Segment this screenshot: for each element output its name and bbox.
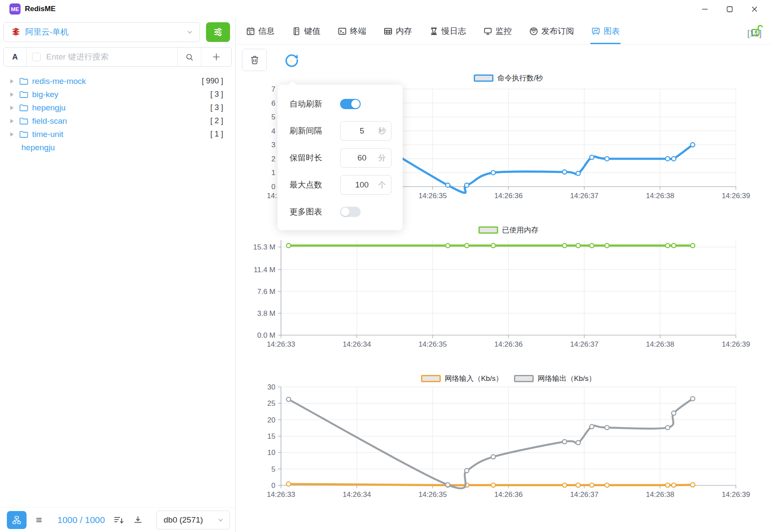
- download-icon: [133, 515, 143, 525]
- tab-terminal[interactable]: 终端: [338, 18, 366, 44]
- chart1-legend: 命令执行数/秒: [281, 73, 736, 83]
- tab-info[interactable]: 信息: [246, 18, 275, 44]
- data-point-marker: [590, 483, 594, 487]
- connection-settings-button[interactable]: [206, 22, 230, 42]
- more-charts-toggle[interactable]: [340, 207, 361, 217]
- legend-item[interactable]: 已使用内存: [478, 225, 538, 235]
- data-point-marker: [287, 397, 291, 401]
- expand-arrow-icon[interactable]: [10, 119, 15, 124]
- tab-label: 图表: [604, 26, 620, 37]
- x-axis-tick-label: 14:26:37: [570, 490, 598, 499]
- tree-item-folder[interactable]: redis-me-mock [ 990 ]: [10, 74, 223, 88]
- legend-item[interactable]: 命令执行数/秒: [474, 73, 543, 83]
- legend-item[interactable]: 网络输出（Kb/s）: [514, 374, 596, 383]
- list-view-button[interactable]: [31, 511, 47, 529]
- charts-toolbar: [242, 49, 771, 71]
- expand-arrow-icon[interactable]: [10, 105, 15, 110]
- tab-monitor[interactable]: 监控: [483, 18, 512, 44]
- data-point-marker: [465, 469, 469, 473]
- monitor-tab-icon: [483, 27, 493, 36]
- connection-name: 阿里云-单机: [25, 27, 186, 38]
- list-view-icon: [35, 516, 43, 524]
- export-button[interactable]: [131, 512, 145, 528]
- data-point-marker: [590, 244, 594, 248]
- tree-view-button[interactable]: [7, 511, 27, 529]
- clear-charts-button[interactable]: [242, 49, 267, 71]
- retention-unit: 分: [378, 153, 386, 163]
- data-point-marker: [576, 171, 580, 175]
- tree-item-folder[interactable]: time-unit [ 1 ]: [10, 128, 223, 141]
- key-tree: redis-me-mock [ 990 ] big-key [ 3 ] hepe…: [0, 69, 235, 507]
- app-logo: ME: [9, 3, 21, 15]
- load-more-icon: [114, 515, 125, 525]
- search-checkbox[interactable]: [32, 53, 41, 61]
- more-charts-label: 更多图表: [290, 206, 340, 217]
- legend-swatch: [474, 74, 493, 82]
- tab-charts[interactable]: 图表: [591, 18, 620, 44]
- tree-item-folder[interactable]: big-key [ 3 ]: [10, 88, 223, 101]
- tree-view-icon: [12, 515, 21, 525]
- retention-input[interactable]: 60 分: [340, 148, 391, 168]
- titlebar: ME RedisME: [0, 0, 771, 18]
- legend-item[interactable]: 网络输入（Kb/s）: [421, 374, 503, 383]
- data-point-marker: [605, 425, 609, 430]
- data-point-marker: [287, 482, 291, 486]
- tab-slowlog[interactable]: 慢日志: [429, 18, 466, 44]
- search-button[interactable]: [178, 53, 201, 62]
- legend-swatch: [478, 226, 498, 234]
- refresh-interval-label: 刷新间隔: [290, 125, 340, 137]
- data-point-marker: [445, 244, 450, 248]
- refresh-interval-unit: 秒: [378, 126, 386, 136]
- refresh-interval-input[interactable]: 5 秒: [340, 121, 391, 141]
- data-point-marker: [672, 157, 676, 161]
- tab-label: 慢日志: [442, 26, 466, 37]
- auto-refresh-label: 自动刷新: [290, 98, 340, 110]
- y-axis-tick-label: 7: [272, 85, 275, 93]
- sliders-icon: [212, 27, 224, 38]
- refresh-icon: [283, 51, 300, 68]
- load-more-button[interactable]: [112, 512, 126, 528]
- tree-item-key[interactable]: hepengju: [10, 141, 223, 154]
- expand-arrow-icon[interactable]: [10, 92, 15, 97]
- folder-icon: [19, 104, 28, 112]
- max-points-input[interactable]: 100 个: [340, 175, 391, 195]
- x-axis-tick-label: 14:26:35: [418, 340, 447, 348]
- expand-arrow-icon[interactable]: [10, 132, 15, 137]
- auto-refresh-toggle[interactable]: [340, 99, 361, 109]
- memory-tab-icon: [383, 27, 393, 36]
- data-point-marker: [491, 455, 496, 459]
- connection-select[interactable]: 阿里云-单机: [3, 22, 200, 42]
- max-points-value: 100: [346, 180, 378, 190]
- points-count-badge: [11]: [747, 28, 762, 39]
- refresh-button[interactable]: [282, 51, 301, 69]
- match-case-button[interactable]: A: [4, 53, 26, 62]
- legend-label: 已使用内存: [502, 225, 538, 235]
- maximize-button[interactable]: [717, 0, 742, 18]
- x-axis-tick-label: 14:26:39: [722, 192, 750, 200]
- tab-pubsub[interactable]: 发布订阅: [529, 18, 574, 44]
- y-axis-tick-label: 25: [267, 399, 275, 407]
- keys-tab-icon: [292, 27, 301, 36]
- data-point-marker: [491, 244, 496, 248]
- tab-memory[interactable]: 内存: [383, 18, 412, 44]
- data-point-marker: [690, 244, 695, 248]
- data-point-marker: [690, 483, 695, 487]
- minimize-button[interactable]: [692, 0, 717, 18]
- data-point-marker: [672, 411, 676, 415]
- plus-icon: [212, 52, 221, 62]
- data-point-marker: [605, 483, 609, 487]
- x-axis-tick-label: 14:26:39: [722, 490, 750, 499]
- y-axis-tick-label: 2: [272, 155, 275, 163]
- tab-keys[interactable]: 键值: [292, 18, 320, 44]
- expand-arrow-icon[interactable]: [10, 79, 15, 84]
- y-axis-tick-label: 1: [272, 169, 275, 177]
- tree-item-label: redis-me-mock: [32, 77, 86, 86]
- db-select[interactable]: db0 (2571): [156, 511, 230, 529]
- add-key-button[interactable]: [201, 52, 231, 62]
- close-button[interactable]: [742, 0, 767, 18]
- search-input[interactable]: [46, 52, 177, 62]
- x-axis-tick-label: 14:26:38: [646, 490, 674, 499]
- y-axis-tick-label: 15.3 M: [253, 243, 275, 251]
- tree-item-folder[interactable]: hepengju [ 3 ]: [10, 101, 223, 114]
- tree-item-folder[interactable]: field-scan [ 2 ]: [10, 114, 223, 128]
